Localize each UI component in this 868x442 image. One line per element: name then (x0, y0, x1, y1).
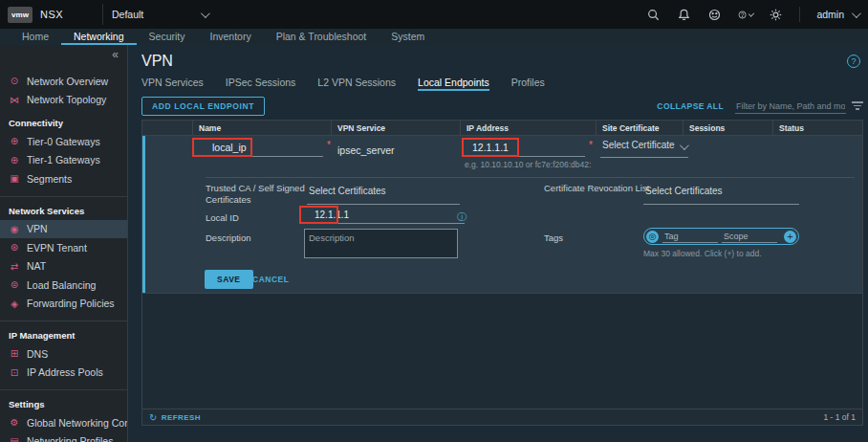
help-menu-icon[interactable] (738, 8, 752, 22)
grid-toolbar: ADD LOCAL ENDPOINT COLLAPSE ALL (141, 97, 863, 116)
refresh-button[interactable]: ↻ REFRESH (149, 412, 201, 423)
sidebar-divider (0, 320, 127, 321)
sidebar-item-nat[interactable]: ⇄ NAT (0, 257, 127, 276)
nav-item-system[interactable]: System (379, 29, 437, 45)
network-topology-icon: ⋈ (9, 95, 20, 105)
vpn-tabs: VPN Services IPSec Sessions L2 VPN Sessi… (141, 77, 545, 91)
sidebar-item-forwarding-policies[interactable]: ◈ Forwarding Policies (0, 295, 127, 314)
tags-helper: Max 30 allowed. Click (+) to add. (643, 249, 762, 258)
ip-address-pools-icon: ⊡ (9, 367, 20, 378)
nav-item-home[interactable]: Home (10, 29, 61, 45)
sidebar: « ⊙ Network Overview ⋈ Network Topology … (0, 45, 128, 442)
primary-nav: Home Networking Security Inventory Plan … (0, 29, 868, 45)
forwarding-policies-icon: ◈ (9, 298, 20, 309)
tab-l2-vpn-sessions[interactable]: L2 VPN Sessions (317, 77, 396, 91)
site-certificate-dropdown[interactable]: Select Certificate (600, 138, 688, 158)
sidebar-section-settings: Settings (0, 399, 127, 409)
ip-address-helper: e.g. 10.10.10.10 or fc7e:f206:db42: (465, 160, 591, 169)
top-bar: vmw NSX Default a (0, 0, 868, 29)
collapse-all-button[interactable]: COLLAPSE ALL (657, 101, 724, 111)
brand-name: NSX (40, 9, 63, 20)
trusted-ca-label: Trusted CA / Self Signed Certificates (206, 183, 305, 206)
description-textarea[interactable] (304, 229, 458, 258)
vpn-icon: ◉ (9, 224, 20, 234)
cancel-button[interactable]: CANCEL (252, 275, 289, 284)
page-title: VPN (141, 53, 173, 70)
tier0-gateway-icon: ⊕ (9, 136, 20, 146)
tab-vpn-services[interactable]: VPN Services (141, 77, 204, 91)
theme-brightness-icon[interactable] (769, 8, 783, 22)
tier1-gateway-icon: ⊕ (9, 155, 20, 166)
name-input[interactable] (195, 140, 323, 157)
nav-item-inventory[interactable]: Inventory (197, 29, 263, 45)
form-divider (206, 177, 855, 178)
sidebar-item-load-balancing[interactable]: ⊜ Load Balancing (0, 276, 127, 295)
info-icon[interactable]: ⓘ (457, 210, 467, 224)
sidebar-item-network-topology[interactable]: ⋈ Network Topology (0, 91, 127, 110)
nav-item-networking[interactable]: Networking (61, 29, 137, 45)
sidebar-item-vpn[interactable]: ◉ VPN (0, 220, 127, 239)
grid-footer: ↻ REFRESH 1 - 1 of 1 (142, 409, 862, 425)
tab-profiles[interactable]: Profiles (511, 77, 545, 91)
grid-header-row: Name VPN Service IP Address Site Certifi… (142, 121, 862, 136)
chevron-down-icon (680, 141, 689, 150)
local-id-label: Local ID (206, 212, 239, 224)
sidebar-collapse-icon[interactable]: « (112, 48, 119, 61)
filter-icon[interactable] (852, 101, 863, 114)
trusted-ca-select[interactable]: Select Certificates (307, 184, 460, 205)
sidebar-item-ip-address-pools[interactable]: ⊡ IP Address Pools (0, 364, 127, 383)
chevron-down-icon (748, 11, 753, 16)
sidebar-item-global-networking-config[interactable]: ⚙ Global Networking Config (0, 413, 127, 432)
scope-input[interactable] (722, 231, 777, 243)
nav-item-security[interactable]: Security (137, 29, 198, 45)
required-marker: * (589, 140, 593, 150)
tab-local-endpoints[interactable]: Local Endpoints (418, 77, 489, 91)
search-icon[interactable] (646, 8, 661, 22)
topbar-divider (102, 4, 103, 25)
pagination-count: 1 - 1 of 1 (823, 412, 856, 422)
grid-header-status: Status (772, 121, 862, 135)
grid-header-site-certificate: Site Certificate (596, 121, 683, 135)
sidebar-divider (0, 389, 127, 390)
sidebar-item-network-overview[interactable]: ⊙ Network Overview (0, 72, 127, 91)
notifications-bell-icon[interactable] (677, 8, 691, 22)
page-help-icon[interactable]: ? (847, 55, 860, 68)
sidebar-item-networking-profiles[interactable]: ▤ Networking Profiles (0, 432, 127, 442)
feedback-face-icon[interactable] (707, 8, 722, 22)
grid-header-sessions: Sessions (683, 121, 772, 135)
sidebar-item-evpn-tenant[interactable]: ⊛ EVPN Tenant (0, 238, 127, 257)
project-selector-value: Default (112, 9, 143, 20)
grid-header-expand-column (142, 121, 192, 135)
evpn-tenant-icon: ⊛ (9, 242, 20, 253)
add-local-endpoint-button[interactable]: ADD LOCAL ENDPOINT (141, 97, 265, 116)
refresh-icon: ↻ (149, 412, 158, 423)
save-button[interactable]: SAVE (205, 270, 253, 289)
networking-profiles-icon: ▤ (9, 436, 20, 442)
crl-select[interactable]: Select Certificates (643, 184, 799, 205)
main-content: VPN ? VPN Services IPSec Sessions L2 VPN… (128, 45, 868, 442)
sidebar-item-tier0-gateways[interactable]: ⊕ Tier-0 Gateways (0, 132, 127, 151)
add-tag-icon[interactable]: + (784, 231, 796, 243)
filter-input[interactable] (735, 99, 846, 114)
nav-item-plan-troubleshoot[interactable]: Plan & Troubleshoot (264, 29, 380, 45)
tab-ipsec-sessions[interactable]: IPSec Sessions (226, 77, 296, 91)
tag-icon: ◎ (646, 231, 659, 243)
dns-icon: ⊞ (9, 348, 20, 359)
sidebar-item-segments[interactable]: ▣ Segments (0, 169, 127, 188)
tags-label: Tags (544, 232, 563, 244)
project-selector-dropdown[interactable]: Default (112, 0, 207, 29)
local-endpoints-grid: Name VPN Service IP Address Site Certifi… (141, 120, 863, 426)
local-id-input[interactable] (307, 208, 465, 224)
user-menu[interactable]: admin (816, 9, 858, 20)
nsx-app-window: vmw NSX Default a (0, 0, 868, 442)
sidebar-item-dns[interactable]: ⊞ DNS (0, 344, 127, 364)
load-balancing-icon: ⊜ (9, 279, 20, 290)
ip-address-input[interactable] (465, 140, 585, 157)
local-endpoint-edit-row: * ipsec_server * e.g. 10.10.10.10 or fc7… (142, 136, 862, 294)
description-label: Description (206, 232, 251, 244)
sidebar-item-tier1-gateways[interactable]: ⊕ Tier-1 Gateways (0, 151, 127, 170)
tag-input[interactable] (662, 231, 718, 243)
nat-icon: ⇄ (9, 261, 20, 272)
required-marker: * (327, 140, 331, 150)
network-overview-icon: ⊙ (9, 76, 20, 86)
